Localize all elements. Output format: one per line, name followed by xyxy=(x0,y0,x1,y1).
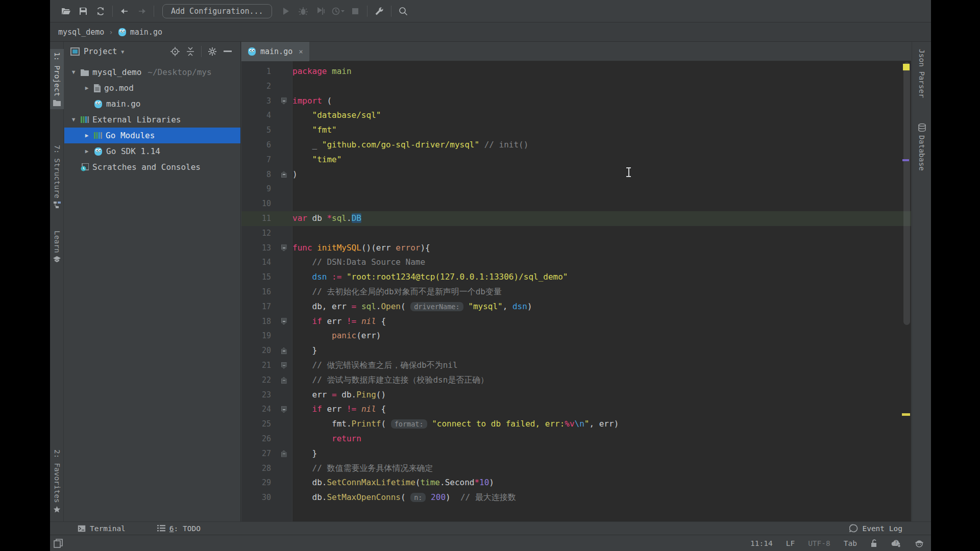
tree-row[interactable]: ▶Go SDK 1.14 xyxy=(64,143,240,159)
hide-panel-icon[interactable] xyxy=(220,45,235,58)
restore-windows-icon[interactable] xyxy=(54,539,63,548)
close-icon[interactable]: × xyxy=(299,47,303,56)
code-line[interactable]: 9 xyxy=(241,182,911,196)
code-line[interactable]: 1package main xyxy=(241,64,911,79)
code-line[interactable]: 5 "fmt" xyxy=(241,123,911,138)
code-line[interactable]: 28 // 数值需要业务具体情况来确定 xyxy=(241,461,911,476)
code-line[interactable]: 30 db.SetMaxOpenConns( n: 200) // 最大连接数 xyxy=(241,490,911,505)
code-editor[interactable]: 1package main23import (4 "database/sql"5… xyxy=(241,61,911,521)
code-text: package main xyxy=(292,64,911,79)
fold-marker-icon[interactable] xyxy=(275,406,292,413)
tree-row[interactable]: ▼External Libraries xyxy=(64,112,240,128)
breadcrumb-item-file[interactable]: main.go xyxy=(118,28,162,37)
tree-row[interactable]: ▶go.mod xyxy=(64,80,240,96)
collapsed-arrow-icon[interactable]: ▶ xyxy=(84,85,90,91)
code-line[interactable]: 6 _ "github.com/go-sql-driver/mysql" // … xyxy=(241,138,911,153)
todo-button[interactable]: 6: TODO xyxy=(157,524,201,533)
code-line[interactable]: 12 xyxy=(241,226,911,241)
expanded-arrow-icon[interactable]: ▼ xyxy=(70,69,77,76)
code-line[interactable]: 24 if err != nil { xyxy=(241,402,911,417)
code-line[interactable]: 7 "time" xyxy=(241,153,911,167)
code-line[interactable]: 11var db *sql.DB xyxy=(241,211,911,226)
line-number: 18 xyxy=(241,314,275,329)
code-line[interactable]: 27 } xyxy=(241,446,911,461)
fold-marker-icon[interactable] xyxy=(275,347,292,354)
sync-icon[interactable] xyxy=(92,4,109,19)
sidebar-tab-structure[interactable]: 7: Structure xyxy=(50,142,64,211)
inspection-indicator[interactable] xyxy=(903,64,910,70)
sidebar-tab-json-parser[interactable]: Json Parser xyxy=(912,49,932,98)
expanded-arrow-icon[interactable]: ▼ xyxy=(70,116,77,123)
stop-icon[interactable] xyxy=(347,4,364,19)
code-line[interactable]: 3import ( xyxy=(241,94,911,109)
collapse-all-icon[interactable] xyxy=(183,45,198,58)
fold-marker-icon[interactable] xyxy=(275,377,292,384)
code-line[interactable]: 17 db, err = sql.Open( driverName: "mysq… xyxy=(241,299,911,314)
run-icon[interactable] xyxy=(277,4,295,19)
sidebar-tab-favorites[interactable]: 2: Favorites xyxy=(50,446,64,516)
terminal-button[interactable]: Terminal xyxy=(78,524,126,533)
code-line[interactable]: 10 xyxy=(241,196,911,211)
code-line[interactable]: 29 db.SetConnMaxLifetime(time.Second*10) xyxy=(241,475,911,490)
collapsed-arrow-icon[interactable]: ▶ xyxy=(84,132,90,139)
fold-marker-icon[interactable] xyxy=(275,244,292,251)
project-tree[interactable]: ▼mysql_demo~/Desktop/mys▶go.modmain.go▼E… xyxy=(64,64,240,521)
add-configuration-button[interactable]: Add Configuration... xyxy=(162,4,272,18)
fold-marker-icon[interactable] xyxy=(275,450,292,457)
tree-row[interactable]: main.go xyxy=(64,96,240,112)
fold-marker-icon[interactable] xyxy=(275,318,292,324)
caret-position[interactable]: 11:14 xyxy=(750,539,773,547)
profiler-icon[interactable] xyxy=(329,4,347,19)
back-arrow-icon[interactable] xyxy=(116,4,133,19)
tree-row[interactable]: Scratches and Consoles xyxy=(64,159,240,175)
search-icon[interactable] xyxy=(395,4,412,19)
wrench-icon[interactable] xyxy=(371,4,388,19)
fold-marker-icon[interactable] xyxy=(275,97,292,104)
code-line[interactable]: 2 xyxy=(241,79,911,94)
code-line[interactable]: 20 } xyxy=(241,343,911,358)
locate-icon[interactable] xyxy=(167,45,183,58)
indent-style[interactable]: Tab xyxy=(844,539,857,547)
sidebar-tab-learn[interactable]: Learn xyxy=(50,228,64,266)
code-line[interactable]: 16 // 去初始化全局的db对象而不是新声明一个db变量 xyxy=(241,285,911,299)
code-line[interactable]: 26 return xyxy=(241,432,911,446)
run-coverage-icon[interactable] xyxy=(312,4,329,19)
debug-icon[interactable] xyxy=(295,4,312,19)
code-line[interactable]: 19 panic(err) xyxy=(241,329,911,343)
line-number: 6 xyxy=(241,138,275,153)
sidebar-tab-database[interactable]: Database xyxy=(912,123,932,171)
forward-arrow-icon[interactable] xyxy=(133,4,151,19)
chevron-down-icon[interactable]: ▼ xyxy=(121,49,124,55)
sidebar-tab-project[interactable]: 1: Project xyxy=(50,49,64,109)
code-line[interactable]: 18 if err != nil { xyxy=(241,314,911,329)
editor-scrollbar[interactable] xyxy=(903,62,910,325)
code-line[interactable]: 21 // 做完错误检查之后，确保db不为nil xyxy=(241,358,911,373)
tab-main-go[interactable]: main.go × xyxy=(241,42,309,61)
lock-open-icon[interactable] xyxy=(870,539,878,547)
code-line[interactable]: 23 err = db.Ping() xyxy=(241,388,911,403)
collapsed-arrow-icon[interactable]: ▶ xyxy=(84,148,90,155)
code-text: "database/sql" xyxy=(292,108,911,123)
code-line[interactable]: 15 dsn := "root:root1234@tcp(127.0.0.1:1… xyxy=(241,270,911,285)
tree-row[interactable]: ▶Go Modules xyxy=(64,128,240,143)
tree-row[interactable]: ▼mysql_demo~/Desktop/mys xyxy=(64,64,240,80)
code-line[interactable]: 8) xyxy=(241,167,911,182)
breadcrumb-item-project[interactable]: mysql_demo xyxy=(58,28,104,37)
fold-marker-icon[interactable] xyxy=(275,171,292,178)
fold-marker-icon[interactable] xyxy=(275,362,292,369)
grazie-agent-icon[interactable] xyxy=(915,539,924,547)
code-line[interactable]: 13func initMySQL()(err error){ xyxy=(241,241,911,256)
code-line[interactable]: 25 fmt.Printf( format: "connect to db fa… xyxy=(241,417,911,432)
project-panel-title[interactable]: Project xyxy=(84,47,117,56)
editor-column: main.go × 1package main23import (4 "data… xyxy=(241,42,911,521)
settings-icon[interactable] xyxy=(205,45,220,58)
code-with-me-icon[interactable]: ? xyxy=(891,539,901,547)
event-log-button[interactable]: Event Log xyxy=(849,524,902,533)
code-line[interactable]: 14 // DSN:Data Source Name xyxy=(241,255,911,270)
save-icon[interactable] xyxy=(75,4,92,19)
code-line[interactable]: 22 // 尝试与数据库建立连接（校验dsn是否正确） xyxy=(241,373,911,388)
file-encoding[interactable]: UTF-8 xyxy=(808,539,830,547)
line-separator[interactable]: LF xyxy=(786,539,795,547)
open-folder-icon[interactable] xyxy=(57,4,75,19)
code-line[interactable]: 4 "database/sql" xyxy=(241,108,911,123)
